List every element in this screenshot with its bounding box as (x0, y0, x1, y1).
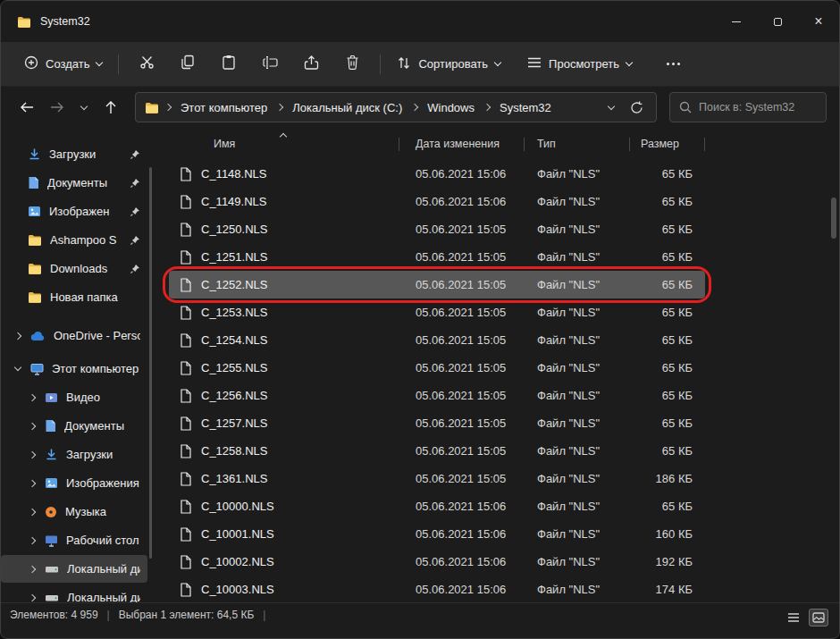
file-row[interactable]: C_10000.NLS 05.06.2021 15:06 Файл "NLS" … (169, 492, 705, 520)
file-type: Файл "NLS" (525, 361, 630, 374)
column-header-type[interactable]: Тип (525, 128, 630, 160)
sidebar-item-downloads[interactable]: Загрузки (1, 441, 147, 468)
delete-button[interactable] (332, 48, 373, 80)
sidebar-item-pictures[interactable]: Изображения (1, 469, 147, 497)
close-button[interactable]: × (798, 1, 839, 42)
forward-button[interactable] (44, 93, 71, 122)
file-size: 65 КБ (630, 167, 705, 181)
address-bar[interactable]: Этот компьютер Локальный диск (C:) Windo… (135, 92, 657, 122)
back-button[interactable] (13, 93, 40, 122)
file-name: C_1148.NLS (201, 167, 266, 181)
chevron-right-icon[interactable] (29, 536, 36, 543)
file-name: C_1255.NLS (201, 361, 267, 374)
search-box[interactable] (669, 92, 827, 122)
sidebar-item-this-pc[interactable]: Этот компьютер (1, 355, 147, 383)
breadcrumb-system32[interactable]: System32 (494, 98, 557, 117)
chevron-right-icon[interactable] (29, 393, 36, 400)
file-row[interactable]: C_1149.NLS 05.06.2021 15:06 Файл "NLS" 6… (169, 188, 705, 215)
copy-button[interactable] (167, 48, 208, 80)
file-name: C_10000.NLS (201, 500, 274, 513)
sidebar-item-downloads-folder-pinned[interactable]: Downloads (1, 255, 147, 282)
sidebar-item-local-disk-d[interactable]: Локальный ди (1, 584, 147, 602)
sidebar-item-desktop[interactable]: Рабочий стол (1, 526, 147, 554)
sidebar-item-onedrive[interactable]: OneDrive - Perso (1, 322, 147, 349)
file-name: C_1258.NLS (201, 444, 267, 458)
address-dropdown-icon[interactable] (608, 102, 615, 109)
cut-button[interactable] (126, 48, 167, 80)
sidebar-item-music[interactable]: Музыка (1, 498, 147, 525)
file-size: 65 КБ (630, 278, 705, 291)
sidebar-item-new-folder[interactable]: Новая папка (1, 283, 147, 311)
file-date: 05.06.2021 15:06 (399, 195, 525, 208)
search-icon (679, 101, 692, 114)
maximize-icon (774, 18, 782, 26)
drive-icon (45, 564, 59, 575)
folder-icon (145, 102, 159, 114)
file-date: 05.06.2021 15:06 (399, 527, 525, 541)
up-button[interactable] (97, 93, 124, 122)
sort-button[interactable]: Сортировать (388, 49, 509, 80)
view-button[interactable]: Просмотреть (518, 49, 641, 79)
window-controls: × (716, 1, 839, 42)
refresh-button[interactable] (630, 101, 643, 114)
file-row[interactable]: C_1148.NLS 05.06.2021 15:06 Файл "NLS" 6… (169, 160, 705, 188)
paste-button[interactable] (208, 48, 249, 80)
maximize-button[interactable] (757, 1, 798, 42)
search-input[interactable] (699, 101, 817, 114)
pin-icon (130, 206, 140, 217)
chevron-right-icon[interactable] (29, 565, 36, 572)
more-button[interactable] (653, 48, 694, 80)
column-header-name[interactable]: Имя (169, 128, 399, 160)
share-icon (304, 55, 319, 73)
sidebar-item-documents[interactable]: Документы (1, 412, 147, 440)
recent-locations-button[interactable] (74, 93, 94, 122)
chevron-right-icon[interactable] (14, 332, 21, 339)
file-date: 05.06.2021 15:05 (399, 361, 525, 374)
chevron-right-icon[interactable] (29, 508, 36, 515)
rename-button[interactable] (249, 48, 290, 80)
file-row[interactable]: C_1255.NLS 05.06.2021 15:05 Файл "NLS" 6… (169, 354, 705, 382)
minimize-button[interactable] (716, 1, 757, 42)
file-icon (180, 389, 192, 403)
file-list-scrollbar[interactable] (831, 198, 836, 239)
file-row[interactable]: C_1361.NLS 05.06.2021 15:05 Файл "NLS" 1… (169, 465, 705, 492)
sidebar-item-pictures-pinned[interactable]: Изображен (1, 198, 147, 225)
file-row[interactable]: C_1250.NLS 05.06.2021 15:05 Файл "NLS" 6… (169, 215, 705, 243)
file-row[interactable]: C_10001.NLS 05.06.2021 15:06 Файл "NLS" … (169, 520, 705, 548)
chevron-right-icon[interactable] (29, 450, 36, 458)
file-type: Файл "NLS" (525, 333, 630, 347)
sidebar-item-local-disk-c[interactable]: Локальный ди (1, 555, 147, 583)
thumbnails-view-button[interactable] (809, 609, 828, 626)
file-size: 65 КБ (630, 250, 705, 264)
sidebar-item-documents-pinned[interactable]: Документы (1, 169, 147, 197)
create-button[interactable]: Создать (15, 48, 111, 80)
column-header-size[interactable]: Размер (630, 128, 705, 160)
chevron-right-icon[interactable] (29, 422, 36, 429)
file-size: 192 КБ (630, 555, 705, 568)
breadcrumb-local-disk-c[interactable]: Локальный диск (C:) (287, 98, 407, 117)
file-row[interactable]: C_10003.NLS 05.06.2021 15:06 Файл "NLS" … (169, 576, 705, 602)
share-button[interactable] (290, 48, 332, 80)
file-row[interactable]: C_1256.NLS 05.06.2021 15:05 Файл "NLS" 6… (169, 382, 705, 409)
file-icon (180, 361, 192, 375)
sidebar-item-downloads-pinned[interactable]: Загрузки (1, 140, 147, 168)
breadcrumb-windows[interactable]: Windows (422, 98, 480, 117)
sidebar-item-ashampoo-pinned[interactable]: Ashampoo S (1, 226, 147, 254)
file-row[interactable]: C_10002.NLS 05.06.2021 15:06 Файл "NLS" … (169, 548, 705, 576)
status-divider: | (263, 609, 265, 621)
details-view-button[interactable] (784, 609, 803, 626)
folder-icon (17, 16, 31, 28)
file-row[interactable]: C_1254.NLS 05.06.2021 15:05 Файл "NLS" 6… (169, 326, 705, 354)
chevron-right-icon[interactable] (29, 479, 36, 486)
breadcrumb-this-pc[interactable]: Этот компьютер (175, 98, 273, 117)
chevron-right-icon[interactable] (29, 593, 36, 601)
column-header-date-modified[interactable]: Дата изменения (399, 128, 525, 160)
file-row[interactable]: C_1258.NLS 05.06.2021 15:05 Файл "NLS" 6… (169, 437, 705, 465)
sidebar-item-videos[interactable]: Видео (1, 383, 147, 411)
downloads-icon (45, 448, 58, 461)
sidebar-scrollbar[interactable] (149, 167, 152, 559)
file-icon (180, 527, 192, 542)
chevron-down-icon[interactable] (14, 364, 21, 371)
file-row[interactable]: C_1252.NLS 05.06.2021 15:05 Файл "NLS" 6… (169, 271, 705, 298)
file-row[interactable]: C_1257.NLS 05.06.2021 15:05 Файл "NLS" 6… (169, 409, 705, 437)
